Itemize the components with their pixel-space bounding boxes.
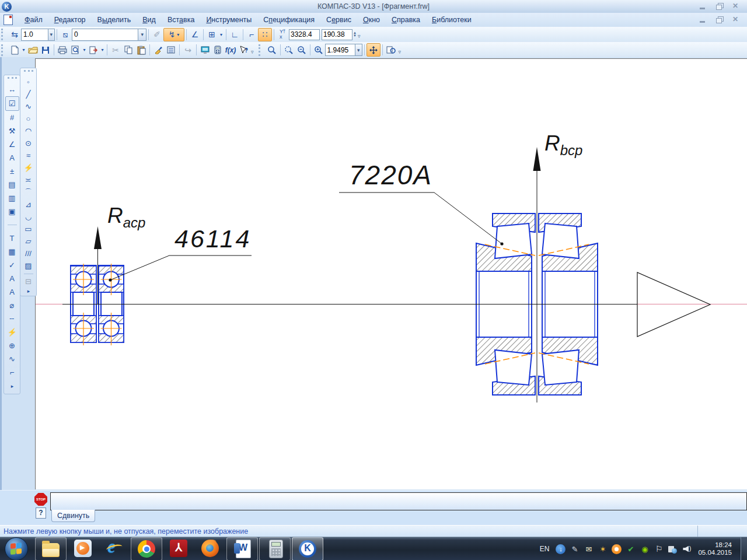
corner-line-icon[interactable]: ⌐ — [6, 366, 19, 379]
mail-tray-icon[interactable]: ✉ — [584, 544, 594, 554]
zoom-scale-combo[interactable]: ▾ — [325, 44, 362, 56]
book-icon[interactable]: ▤ — [6, 178, 19, 191]
save-icon[interactable] — [39, 44, 52, 56]
redo-icon[interactable]: ↪ — [181, 44, 194, 56]
diameter-tool-icon[interactable]: ⌀ — [6, 299, 19, 312]
start-button[interactable] — [5, 537, 28, 560]
zoom-selected-icon[interactable] — [282, 44, 295, 56]
update-tray-icon[interactable]: ↓ — [556, 544, 566, 554]
center-mark-icon[interactable]: ⊕ — [6, 339, 19, 352]
format-painter-icon[interactable] — [152, 44, 165, 56]
circle-tool-icon[interactable]: ○ — [22, 113, 35, 125]
polyline-tool-icon[interactable]: ∿ — [22, 100, 35, 113]
perpendicular-icon[interactable]: ∠ — [6, 138, 19, 151]
property-bar-input[interactable] — [50, 492, 747, 510]
tablet-pen-tray-icon[interactable]: ✎ — [570, 544, 580, 554]
stop-command-icon[interactable]: STOP — [34, 493, 47, 506]
grid-chevron-icon[interactable]: ▾ — [218, 29, 224, 41]
local-cs-icon[interactable]: ∟ — [228, 29, 241, 41]
plus-minus-icon[interactable]: ± — [6, 164, 19, 178]
rectangle-tool-icon[interactable]: ▭ — [22, 223, 35, 235]
step-lines-icon[interactable]: ≍ — [22, 174, 35, 186]
chamfer-tool-icon[interactable]: ⊿ — [22, 198, 35, 211]
cursor-step-icon[interactable]: ⇆ — [8, 29, 21, 41]
check-mark-tool-icon[interactable]: ✓ — [6, 258, 19, 272]
text-arrow-icon[interactable]: А — [6, 285, 19, 299]
drawing-canvas[interactable]: 46114 7220A Racp Rbcp — [35, 58, 747, 489]
taskbar-firefox[interactable] — [195, 537, 225, 559]
copy-icon[interactable] — [122, 44, 135, 56]
menu-item[interactable]: Окно — [357, 14, 386, 26]
taskbar-adobe-reader[interactable] — [163, 537, 194, 559]
clock[interactable]: 18:24 05.04.2015 — [698, 541, 732, 556]
text-tool-icon[interactable]: Т — [6, 232, 19, 245]
current-layer-input[interactable] — [72, 30, 138, 38]
toolbar-grip[interactable] — [1, 44, 6, 56]
fence-grid-icon[interactable]: # — [6, 111, 19, 124]
menu-item[interactable]: Вставка — [162, 14, 200, 26]
context-help-icon[interactable]: ? — [237, 44, 250, 56]
hatch-lines-icon[interactable]: /// — [22, 247, 35, 260]
hatch-fill-icon[interactable]: ▨ — [22, 260, 35, 272]
restore-button[interactable] — [715, 3, 724, 10]
point-tool-icon[interactable]: ◦ — [22, 76, 35, 88]
help-question-icon[interactable]: ? — [36, 508, 46, 519]
menu-item[interactable]: Редактор — [48, 14, 92, 26]
separator[interactable] — [6, 218, 19, 232]
spline-tool-icon[interactable]: ≈ — [22, 149, 35, 162]
bezier-tool-icon[interactable]: ⚡ — [22, 162, 35, 174]
network-tray-icon[interactable] — [668, 544, 678, 554]
toolbar-grip[interactable] — [24, 70, 33, 75]
action-center-flag-icon[interactable]: ⚐ — [654, 544, 664, 554]
layers-icon[interactable]: ⧅ — [59, 29, 72, 41]
properties-list-icon[interactable] — [165, 44, 177, 56]
y-coordinate-field[interactable] — [322, 29, 352, 40]
curve-tool-icon[interactable]: ⌒ — [22, 186, 35, 198]
notebook-icon[interactable]: ▥ — [6, 191, 19, 205]
show-desktop-button[interactable] — [741, 537, 747, 560]
menu-item[interactable]: Сервис — [320, 14, 357, 26]
open-folder-icon[interactable] — [26, 44, 39, 56]
zoom-value-icon[interactable] — [312, 44, 325, 56]
taskbar-word[interactable] — [226, 537, 258, 560]
nvidia-tray-icon[interactable]: ◉ — [640, 544, 650, 554]
toolbar-grip[interactable] — [1, 29, 6, 40]
new-document-icon[interactable] — [8, 44, 21, 56]
calculator-icon[interactable] — [211, 44, 224, 56]
taskbar-calculator[interactable] — [259, 537, 291, 560]
angle-snap-icon[interactable]: ∠ — [189, 29, 201, 41]
zoom-scale-input[interactable] — [326, 46, 355, 54]
sheet-export-icon[interactable]: ⊟ — [22, 275, 35, 288]
centerline-tool-icon[interactable]: ╌ — [6, 312, 19, 326]
pan-button[interactable] — [366, 43, 381, 57]
arc-tool-icon[interactable]: ◠ — [22, 125, 35, 137]
zoom-rect-icon[interactable] — [266, 44, 278, 56]
volume-tray-icon[interactable] — [682, 544, 692, 554]
fillet-tool-icon[interactable]: ◡ — [22, 211, 35, 223]
send-document-icon[interactable] — [87, 44, 100, 56]
taskbar-chrome[interactable] — [131, 537, 162, 560]
usb-eject-tray-icon[interactable]: ✔ — [626, 544, 636, 554]
chevron-down-icon[interactable]: ▾ — [355, 44, 362, 55]
toolbar-grip[interactable] — [8, 77, 17, 82]
menu-item[interactable]: Файл — [19, 14, 48, 26]
ortho-mode-icon[interactable]: ⌐ — [245, 29, 258, 41]
coordinate-spinner[interactable]: ▲▼ — [353, 32, 357, 37]
menu-item[interactable]: Спецификация — [257, 14, 320, 26]
chevron-down-icon[interactable]: ▾ — [48, 29, 54, 40]
x-coordinate-field[interactable] — [289, 29, 320, 40]
document-icon[interactable] — [4, 15, 13, 25]
cursor-step-input[interactable] — [22, 30, 48, 38]
table-tool-icon[interactable]: ▦ — [6, 245, 19, 258]
select-cursor-icon[interactable]: ☑ — [5, 96, 19, 111]
minimize-button[interactable] — [699, 3, 707, 10]
taskbar-media-player[interactable] — [68, 537, 98, 559]
snap-settings-button[interactable]: ↯▾ — [163, 28, 184, 41]
collapse-arrow-icon[interactable]: ▸ — [6, 379, 19, 393]
round-off-button[interactable]: ∷ — [258, 28, 272, 41]
grid-icon[interactable]: ⊞ — [205, 29, 218, 41]
fx-variables-icon[interactable]: f(x) — [224, 44, 237, 56]
menu-item[interactable]: Вид — [137, 14, 162, 26]
build-hammer-icon[interactable]: ⚒ — [6, 124, 19, 138]
taskbar-explorer[interactable] — [35, 537, 67, 560]
